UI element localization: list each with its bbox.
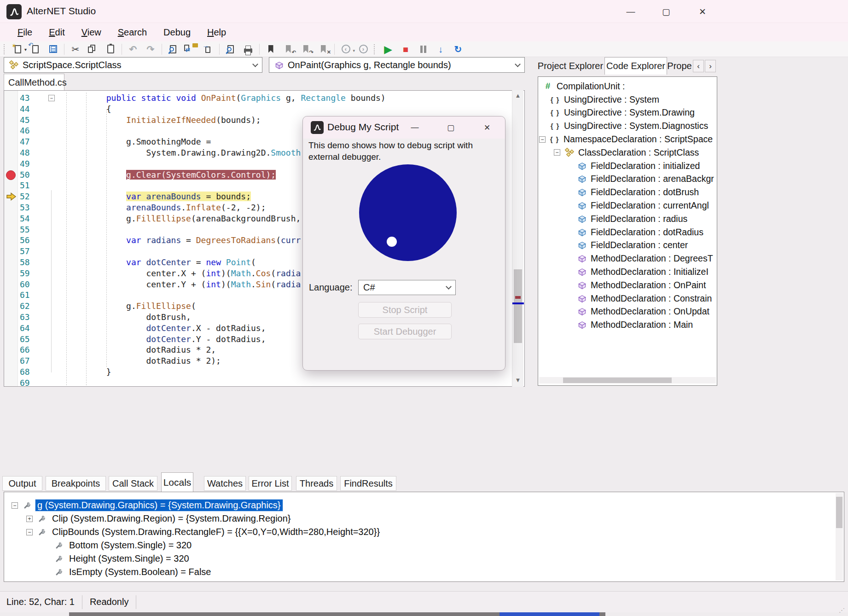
line-number[interactable]: 45 [20, 115, 30, 126]
tree-item-initializei[interactable]: MethodDeclaration : InitializeI [577, 265, 709, 279]
tree-expander-minus[interactable]: − [539, 136, 546, 143]
menu-item-help[interactable]: Help [201, 25, 232, 40]
toolbar-button-print[interactable] [239, 42, 257, 56]
scroll-down-icon[interactable]: ▼ [514, 377, 522, 384]
line-number[interactable]: 47 [20, 136, 30, 147]
tree-item-compilationunit[interactable]: #CompilationUnit : [543, 80, 625, 93]
editor-tab-callmethod[interactable]: CallMethod.cs [4, 74, 64, 91]
locals-row-bottom[interactable]: Bottom (System.Single) = 320 [54, 539, 193, 552]
tab-threads[interactable]: Threads [296, 476, 337, 491]
tree-item-scriptspace[interactable]: −{ }NamespaceDeclaration : ScriptSpace [539, 133, 713, 146]
line-number[interactable]: 54 [20, 213, 30, 224]
resize-grip-icon[interactable]: ⋰ [839, 607, 845, 614]
locals-row-clip[interactable]: +Clip (System.Drawing.Region) = {System.… [26, 512, 293, 525]
tab-output[interactable]: Output [2, 476, 42, 491]
menu-item-view[interactable]: View [75, 25, 108, 40]
toolbar-button-run[interactable]: ▶ [379, 42, 397, 56]
line-number[interactable]: 64 [20, 323, 30, 334]
tree-item-dotradius[interactable]: FieldDeclaration : dotRadius [577, 226, 703, 239]
line-number[interactable]: 59 [20, 268, 30, 279]
tree-item-scriptclass[interactable]: −ClassDeclaration : ScriptClass [554, 146, 699, 159]
scroll-up-icon[interactable]: ▲ [514, 92, 522, 99]
toolbar-button-navigate-forward[interactable]: › [354, 42, 372, 56]
fold-collapse-icon[interactable]: − [48, 95, 55, 101]
minimize-button[interactable]: — [620, 4, 641, 19]
dialog-minimize-button[interactable]: — [406, 120, 424, 135]
toolbar-button-find-in-document[interactable] [222, 42, 239, 56]
tab-code-explorer[interactable]: Code Explorer [604, 57, 667, 75]
menu-item-edit[interactable]: Edit [42, 25, 71, 40]
tree-item-degreest[interactable]: MethodDeclaration : DegreesT [577, 252, 713, 265]
tree-item-center[interactable]: FieldDeclaration : center [577, 239, 688, 252]
tree-item-initialized[interactable]: FieldDeclaration : initialized [577, 159, 700, 173]
tree-item-system-drawing[interactable]: { }UsingDirective : System.Drawing [550, 106, 695, 120]
tab-locals[interactable]: Locals [161, 472, 193, 492]
locals-row-height[interactable]: Height (System.Single) = 320 [54, 552, 191, 565]
toolbar-button-redo[interactable]: ↷ [142, 42, 159, 56]
dialog-close-button[interactable]: ✕ [478, 120, 496, 135]
toolbar-button-copy[interactable] [84, 42, 102, 56]
scrollbar-thumb[interactable] [514, 269, 522, 343]
toolbar-button-replace-in-files[interactable]: ⇄ [182, 42, 199, 56]
line-number[interactable]: 48 [20, 147, 30, 158]
locals-expander-minus[interactable]: − [12, 502, 18, 509]
stop-script-button[interactable]: Stop Script [358, 302, 452, 318]
start-debugger-button[interactable]: Start Debugger [358, 324, 452, 339]
toolbar-grip[interactable] [4, 44, 7, 54]
line-number[interactable]: 61 [20, 290, 30, 301]
toolbar-button-open-file[interactable]: ↶ [27, 42, 44, 56]
locals-row-isempty[interactable]: IsEmpty (System.Boolean) = False [54, 565, 213, 579]
line-number[interactable]: 68 [20, 366, 30, 378]
language-dropdown[interactable]: C# [358, 280, 456, 295]
toolbar-button-step-into[interactable]: ↓ [432, 42, 449, 56]
line-number[interactable]: 51 [20, 180, 30, 191]
locals-row-left[interactable]: Left (System.Single) = 0 [54, 579, 169, 582]
toolbar-button-save[interactable] [44, 42, 62, 56]
toolbar-button-paste[interactable] [102, 42, 119, 56]
toolbar-button-goto-definition[interactable]: → [199, 42, 217, 56]
explorer-scroll-right-button[interactable]: › [705, 60, 716, 72]
toolbar-button-cut[interactable]: ✂ [67, 42, 84, 56]
toolbar-button-previous-bookmark[interactable]: ↶ [279, 42, 297, 56]
line-number[interactable]: 65 [20, 334, 30, 345]
type-selector-dropdown[interactable]: ScriptSpace.ScriptClass [4, 57, 262, 73]
tree-item-constrain[interactable]: MethodDeclaration : Constrain [577, 292, 712, 305]
tab-findresults[interactable]: FindResults [340, 476, 396, 491]
toolbar-button-new-file[interactable]: ✶▾ [9, 42, 27, 56]
toolbar-button-stop[interactable]: ■ [397, 42, 414, 56]
locals-expander-minus[interactable]: − [26, 529, 33, 535]
line-number[interactable]: 56 [20, 235, 30, 246]
locals-row-clipbounds[interactable]: −ClipBounds (System.Drawing.RectangleF) … [26, 525, 382, 539]
line-number[interactable]: 66 [20, 344, 30, 355]
line-number[interactable]: 58 [20, 257, 30, 268]
toolbar-button-navigate-backward[interactable]: ‹▾ [337, 42, 354, 56]
toolbar-button-restart[interactable]: ↻ [449, 42, 467, 56]
toolbar-button-next-bookmark[interactable]: ↷ [297, 42, 314, 56]
line-number[interactable]: 43 [20, 93, 30, 104]
tree-item-system[interactable]: { }UsingDirective : System [550, 93, 659, 106]
line-number[interactable]: 50 [20, 169, 30, 180]
tab-project-explorer[interactable]: Project Explorer [536, 57, 604, 75]
menu-item-search[interactable]: Search [111, 25, 153, 40]
editor-vertical-scrollbar[interactable]: ▲ ▼ [512, 90, 523, 387]
tree-item-system-diagnostics[interactable]: { }UsingDirective : System.Diagnostics [550, 119, 708, 133]
tree-expander-minus[interactable]: − [554, 149, 560, 156]
toolbar-button-clear-bookmarks[interactable]: ✕ [314, 42, 332, 56]
line-number[interactable]: 69 [20, 378, 30, 387]
tab-prope[interactable]: Prope [667, 57, 692, 75]
tree-item-main[interactable]: MethodDeclaration : Main [577, 318, 693, 331]
locals-expander-plus[interactable]: + [26, 516, 33, 522]
line-number[interactable]: 55 [20, 224, 30, 235]
tab-breakpoints[interactable]: Breakpoints [46, 476, 106, 491]
tree-item-dotbrush[interactable]: FieldDeclaration : dotBrush [577, 186, 699, 199]
menu-item-debug[interactable]: Debug [157, 25, 197, 40]
dialog-maximize-button[interactable]: ▢ [441, 120, 460, 135]
tab-error-list[interactable]: Error List [249, 476, 292, 491]
toolbar-button-undo[interactable]: ↶ [124, 42, 142, 56]
line-number[interactable]: 62 [20, 301, 30, 312]
menu-item-file[interactable]: File [11, 25, 39, 40]
tab-call-stack[interactable]: Call Stack [109, 476, 157, 491]
line-number[interactable]: 49 [20, 158, 30, 169]
scrollbar-thumb[interactable] [563, 378, 672, 383]
tree-horizontal-scrollbar[interactable] [539, 377, 716, 384]
